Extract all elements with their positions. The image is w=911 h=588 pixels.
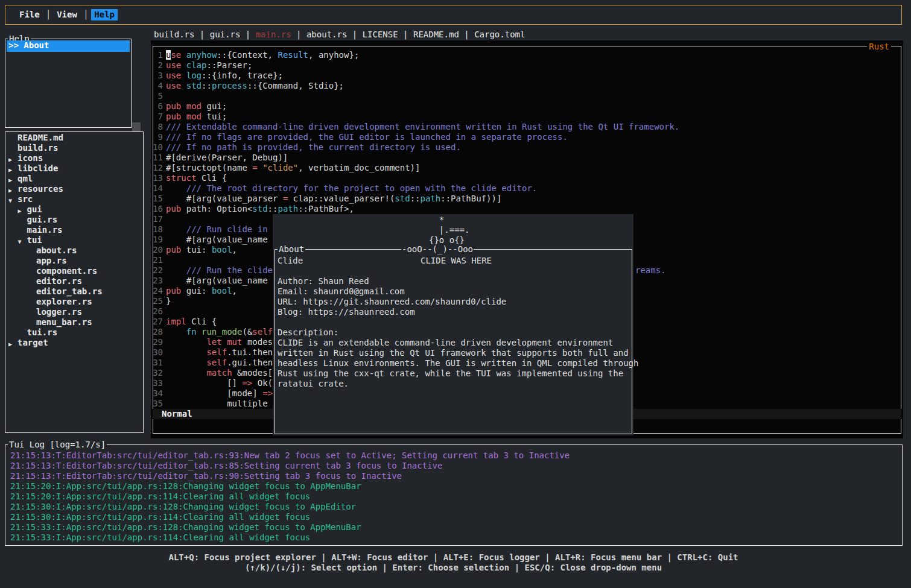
code-line-29[interactable]: 29 let mut modes — [153, 337, 273, 347]
code-token: struct — [166, 173, 197, 183]
code-line-22-tail: reams. — [635, 265, 666, 276]
tree-item-icons[interactable]: ▶icons — [5, 153, 143, 163]
tree-item-build.rs[interactable]: build.rs — [5, 143, 143, 153]
code-line-5[interactable]: 5 — [153, 91, 166, 101]
help-dropdown-menu: Help >> About — [5, 39, 132, 128]
code-token: ::{info, trace}; — [202, 71, 283, 80]
code-token: ::PathBuf>, — [298, 204, 354, 213]
code-line-6[interactable]: 6pub mod gui; — [153, 101, 227, 112]
tree-item-libclide[interactable]: ▶libclide — [5, 163, 143, 174]
code-line-14[interactable]: 14 /// The root directory for the projec… — [153, 183, 537, 194]
code-token: , — [232, 286, 237, 296]
code-line-30[interactable]: 30 self.tui.then( — [153, 347, 278, 358]
code-line-7[interactable]: 7pub mod tui; — [153, 112, 227, 122]
code-line-26[interactable]: 26 — [153, 306, 166, 317]
tree-item-logger.rs[interactable]: logger.rs — [5, 307, 143, 317]
menu-item-file[interactable]: File — [16, 9, 43, 21]
code-line-13[interactable]: 13struct Cli { — [153, 173, 227, 183]
tree-item-app.rs[interactable]: app.rs — [5, 256, 143, 266]
code-line-32[interactable]: 32 match &modes[. — [153, 368, 278, 378]
code-line-19[interactable]: 19 #[arg(value_name = — [153, 235, 278, 245]
tab-build.rs[interactable]: build.rs — [154, 30, 194, 39]
help-menu-item-about[interactable]: >> About — [7, 40, 130, 52]
code-line-18[interactable]: 18 /// Run clide in h — [153, 224, 278, 235]
code-line-11[interactable]: 11#[derive(Parser, Debug)] — [153, 153, 288, 163]
code-token: ::{Context, — [217, 50, 278, 60]
chevron-right-icon[interactable]: ▶ — [8, 339, 12, 349]
code-token: #[arg(value_name — [166, 276, 273, 285]
tree-item-src[interactable]: ▼src — [5, 194, 143, 204]
tab-README.md[interactable]: README.md — [413, 30, 459, 39]
code-line-31[interactable]: 31 self.gui.then( — [153, 358, 278, 368]
tree-item-about.rs[interactable]: about.rs — [5, 245, 143, 256]
code-line-2[interactable]: 2use clap::Parser; — [153, 60, 252, 71]
code-line-22[interactable]: 22 /// Run the clide — [153, 265, 278, 276]
code-line-21[interactable]: 21 — [153, 255, 166, 265]
tree-item-gui.rs[interactable]: gui.rs — [5, 215, 143, 225]
tab-about.rs[interactable]: about.rs — [306, 30, 347, 39]
code-line-34[interactable]: 34 [mode] => — [153, 388, 273, 399]
log-line: 21:15:13:T:EditorTab:src/tui/editor_tab.… — [10, 471, 402, 481]
code-line-3[interactable]: 3use log::{info, trace}; — [153, 71, 283, 81]
tree-item-main.rs[interactable]: main.rs — [5, 225, 143, 235]
code-token — [197, 327, 202, 337]
about-popup-banner: CLIDE WAS HERE — [421, 256, 492, 266]
tree-item-menu_bar.rs[interactable]: menu_bar.rs — [5, 317, 143, 327]
code-token: /// The root directory for the project t… — [166, 183, 537, 193]
tab-Cargo.toml[interactable]: Cargo.toml — [474, 30, 525, 39]
tree-item-editor.rs[interactable]: editor.rs — [5, 276, 143, 286]
code-token: self — [206, 347, 227, 357]
tab-main.rs[interactable]: main.rs — [256, 30, 291, 39]
tab-separator: | — [194, 30, 209, 39]
code-line-27[interactable]: 27impl Cli { — [153, 317, 217, 327]
code-line-8[interactable]: 8/// Extendable command-line driven deve… — [153, 122, 679, 132]
code-token: :: — [202, 81, 212, 90]
shortcut-help-line-1: ALT+Q: Focus project explorer | ALT+W: F… — [0, 552, 907, 563]
code-token: #[arg(value_parser — [166, 194, 283, 203]
scrollbar-thumb[interactable] — [132, 122, 141, 131]
line-number: 2 — [153, 60, 163, 71]
code-line-28[interactable]: 28 fn run_mode(&self) — [153, 327, 278, 337]
tree-item-README.md[interactable]: README.md — [5, 133, 143, 143]
code-token: ::PathBuf))] — [440, 194, 501, 203]
code-token: (& — [242, 327, 252, 337]
line-number: 25 — [153, 296, 163, 306]
code-line-15[interactable]: 15 #[arg(value_parser = clap::value_pars… — [153, 194, 501, 204]
code-token: pub — [166, 286, 181, 296]
tree-item-gui[interactable]: ▶gui — [5, 204, 143, 215]
code-token: ::Parser; — [206, 60, 252, 70]
tree-item-tui.rs[interactable]: tui.rs — [5, 327, 143, 338]
tree-item-editor_tab.rs[interactable]: editor_tab.rs — [5, 286, 143, 297]
code-token: /// Run clide in h — [166, 224, 278, 234]
tui-log-title: Tui Log [log=1.7/s] — [8, 440, 107, 450]
code-line-9[interactable]: 9/// If no flags are provided, the GUI e… — [153, 132, 568, 142]
code-token: tui; — [202, 112, 227, 121]
code-line-23[interactable]: 23 #[arg(value_name = — [153, 276, 278, 286]
code-token: path — [420, 194, 440, 203]
code-line-35[interactable]: 35 multiple = — [153, 399, 278, 409]
code-line-12[interactable]: 12#[structopt(name = "clide", verbatim_d… — [153, 163, 420, 173]
code-line-16[interactable]: 16pub path: Option<std::path::PathBuf>, — [153, 204, 354, 214]
menu-item-view[interactable]: View — [54, 9, 80, 21]
code-line-25[interactable]: 25} — [153, 296, 171, 306]
tab-LICENSE[interactable]: LICENSE — [363, 30, 398, 39]
code-line-33[interactable]: 33 [] => Ok(R — [153, 378, 278, 388]
code-line-24[interactable]: 24pub gui: bool, — [153, 286, 237, 296]
code-line-1[interactable]: 1use anyhow::{Context, Result, anyhow}; — [153, 50, 359, 60]
tab-gui.rs[interactable]: gui.rs — [210, 30, 241, 39]
code-line-17[interactable]: 17 — [153, 214, 166, 224]
tree-item-resources[interactable]: ▶resources — [5, 184, 143, 194]
tree-item-component.rs[interactable]: component.rs — [5, 266, 143, 276]
code-line-4[interactable]: 4use std::process::{Command, Stdio}; — [153, 81, 344, 91]
code-line-20[interactable]: 20pub tui: bool, — [153, 245, 237, 255]
tree-item-qml[interactable]: ▶qml — [5, 174, 143, 184]
line-number: 33 — [153, 378, 163, 388]
code-token: } — [166, 296, 171, 306]
code-token: bool — [212, 286, 232, 296]
tree-item-tui[interactable]: ▼tui — [5, 235, 143, 245]
tree-item-label: about.rs — [36, 245, 77, 256]
tree-item-target[interactable]: ▶target — [5, 338, 143, 348]
code-line-10[interactable]: 10/// If no path is provided, the curren… — [153, 142, 461, 153]
menu-item-help[interactable]: Help — [91, 9, 118, 21]
tree-item-explorer.rs[interactable]: explorer.rs — [5, 297, 143, 307]
